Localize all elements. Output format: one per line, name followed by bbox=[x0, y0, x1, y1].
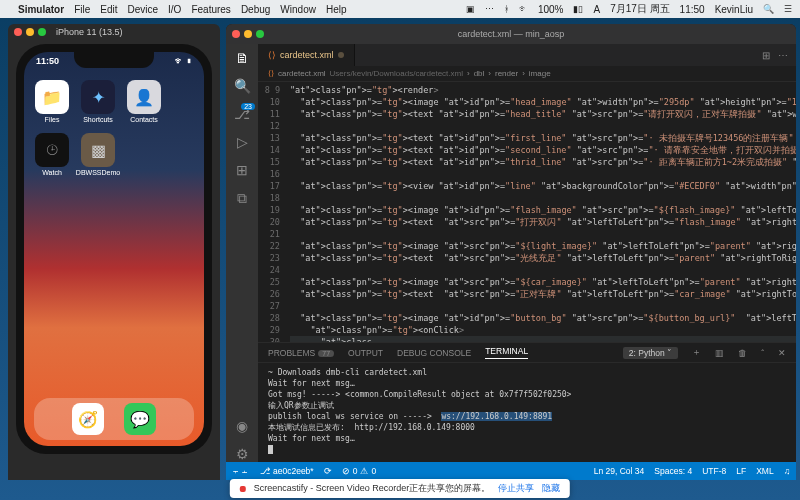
simulator-titlebar[interactable]: iPhone 11 (13.5) bbox=[8, 24, 220, 40]
minimize-icon[interactable] bbox=[244, 30, 252, 38]
activity-bar: 🗎 🔍 ⎇23 ▷ ⊞ ⧉ ◉ ⚙ bbox=[226, 44, 258, 462]
shortcuts-icon: ✦ bbox=[81, 80, 115, 114]
battery-icon[interactable]: ▮▯ bbox=[573, 4, 583, 14]
app-label: Watch bbox=[42, 169, 62, 176]
home-screen-apps: 📁Files ✦Shortcuts 👤Contacts ⌚︎Watch ▩DBW… bbox=[24, 74, 204, 182]
breadcrumb-item[interactable]: cardetect.xml bbox=[278, 69, 326, 78]
app-contacts[interactable]: 👤Contacts bbox=[126, 80, 162, 123]
kill-terminal-icon[interactable]: 🗑 bbox=[738, 348, 747, 358]
toast-text: Screencastify - Screen Video Recorder正在共… bbox=[254, 482, 490, 495]
breadcrumb-item[interactable]: image bbox=[529, 69, 551, 78]
menubar-item-help[interactable]: Help bbox=[326, 4, 347, 15]
hide-toast-button[interactable]: 隐藏 bbox=[542, 482, 560, 495]
ios-status-icons: ᯤ ▮ bbox=[175, 56, 192, 74]
safari-icon[interactable]: 🧭 bbox=[72, 403, 104, 435]
code-editor[interactable]: 8 9 10 11 12 13 14 15 16 17 18 19 20 21 … bbox=[258, 82, 796, 342]
language-mode[interactable]: XML bbox=[756, 466, 773, 476]
phone-screen[interactable]: 11:50 ᯤ ▮ 📁Files ✦Shortcuts 👤Contacts ⌚︎… bbox=[24, 52, 204, 446]
menubar-date[interactable]: 7月17日 周五 bbox=[610, 2, 669, 16]
menubar-item-device[interactable]: Device bbox=[127, 4, 158, 15]
problems-status[interactable]: ⊘ 0 ⚠ 0 bbox=[342, 466, 376, 476]
menubar-item-file[interactable]: File bbox=[74, 4, 90, 15]
input-source[interactable]: A bbox=[593, 4, 600, 15]
more-actions-icon[interactable]: ⋯ bbox=[778, 50, 788, 61]
spotlight-icon[interactable]: 🔍 bbox=[763, 4, 774, 14]
terminal-selector[interactable]: 2: Python ˅ bbox=[623, 347, 678, 359]
eol-status[interactable]: LF bbox=[736, 466, 746, 476]
wifi-icon[interactable]: ᯤ bbox=[519, 4, 528, 14]
tab-dirty-icon bbox=[338, 52, 344, 58]
breadcrumb-path: Users/kevin/Downloads/cardetect.xml bbox=[330, 69, 463, 78]
settings-gear-icon[interactable]: ⚙ bbox=[236, 446, 249, 462]
accounts-icon[interactable]: ◉ bbox=[236, 418, 248, 434]
messages-icon[interactable]: 💬 bbox=[124, 403, 156, 435]
app-label: Files bbox=[45, 116, 60, 123]
vscode-window-title: cardetect.xml — min_aosp bbox=[458, 29, 565, 39]
maximize-panel-icon[interactable]: ˆ bbox=[761, 348, 764, 358]
tab-output[interactable]: OUTPUT bbox=[348, 348, 383, 358]
code-content[interactable]: "at">class"pn">="tg"><render> "at">class… bbox=[286, 82, 796, 342]
app-shortcuts[interactable]: ✦Shortcuts bbox=[80, 80, 116, 123]
source-control-icon[interactable]: ⎇23 bbox=[234, 106, 250, 122]
remote-indicator[interactable]: ⫟⫠ bbox=[232, 466, 250, 476]
search-icon[interactable]: 🔍 bbox=[234, 78, 251, 94]
zoom-icon[interactable] bbox=[38, 28, 46, 36]
notch bbox=[74, 52, 154, 68]
remote-icon[interactable]: ⧉ bbox=[237, 190, 247, 207]
tab-label: cardetect.xml bbox=[280, 50, 334, 60]
zoom-icon[interactable] bbox=[256, 30, 264, 38]
dbwssdemo-icon: ▩ bbox=[81, 133, 115, 167]
tab-terminal[interactable]: TERMINAL bbox=[485, 346, 528, 359]
menu-extra-icon[interactable]: ⋯ bbox=[485, 4, 494, 14]
menubar-item-edit[interactable]: Edit bbox=[100, 4, 117, 15]
app-files[interactable]: 📁Files bbox=[34, 80, 70, 123]
menubar-app-name[interactable]: Simulator bbox=[18, 4, 64, 15]
feedback-icon[interactable]: ♫ bbox=[784, 466, 790, 476]
close-icon[interactable] bbox=[232, 30, 240, 38]
notification-center-icon[interactable]: ☰ bbox=[784, 4, 792, 14]
tab-problems[interactable]: PROBLEMS77 bbox=[268, 348, 334, 358]
git-branch[interactable]: ⎇ ae0c2eeb* bbox=[260, 466, 314, 476]
menubar-user[interactable]: KevinLiu bbox=[715, 4, 753, 15]
explorer-icon[interactable]: 🗎 bbox=[235, 50, 249, 66]
editor-tabbar: ⟨⟩ cardetect.xml ⊞ ⋯ bbox=[258, 44, 796, 66]
stop-sharing-button[interactable]: 停止共享 bbox=[498, 482, 534, 495]
xml-file-icon: ⟨⟩ bbox=[268, 69, 274, 78]
record-icon bbox=[240, 486, 246, 492]
app-dbwssdemo[interactable]: ▩DBWSSDemo bbox=[80, 133, 116, 176]
menubar-item-debug[interactable]: Debug bbox=[241, 4, 270, 15]
run-debug-icon[interactable]: ▷ bbox=[237, 134, 248, 150]
vscode-titlebar[interactable]: cardetect.xml — min_aosp bbox=[226, 24, 796, 44]
app-label: Contacts bbox=[130, 116, 158, 123]
terminal[interactable]: ~ Downloads dmb-cli cardetect.xml Wait f… bbox=[258, 363, 796, 462]
indent-status[interactable]: Spaces: 4 bbox=[654, 466, 692, 476]
menubar-item-io[interactable]: I/O bbox=[168, 4, 181, 15]
menubar-item-features[interactable]: Features bbox=[191, 4, 230, 15]
split-editor-icon[interactable]: ⊞ bbox=[762, 50, 770, 61]
bluetooth-icon[interactable]: ᚼ bbox=[504, 4, 509, 14]
minimize-icon[interactable] bbox=[26, 28, 34, 36]
cursor-position[interactable]: Ln 29, Col 34 bbox=[594, 466, 645, 476]
breadcrumb-item[interactable]: dbl bbox=[474, 69, 485, 78]
simulator-window[interactable]: iPhone 11 (13.5) 11:50 ᯤ ▮ 📁Files ✦Short… bbox=[8, 24, 220, 480]
app-label: DBWSSDemo bbox=[76, 169, 120, 176]
tab-cardetect[interactable]: ⟨⟩ cardetect.xml bbox=[258, 44, 355, 66]
vscode-window[interactable]: cardetect.xml — min_aosp 🗎 🔍 ⎇23 ▷ ⊞ ⧉ ◉… bbox=[226, 24, 796, 480]
close-icon[interactable] bbox=[14, 28, 22, 36]
encoding-status[interactable]: UTF-8 bbox=[702, 466, 726, 476]
new-terminal-icon[interactable]: ＋ bbox=[692, 347, 701, 359]
phone-frame: 11:50 ᯤ ▮ 📁Files ✦Shortcuts 👤Contacts ⌚︎… bbox=[16, 44, 212, 454]
macos-menubar: Simulator File Edit Device I/O Features … bbox=[0, 0, 800, 18]
split-terminal-icon[interactable]: ▥ bbox=[715, 348, 724, 358]
watch-icon: ⌚︎ bbox=[35, 133, 69, 167]
tab-debug-console[interactable]: DEBUG CONSOLE bbox=[397, 348, 471, 358]
menubar-time[interactable]: 11:50 bbox=[680, 4, 705, 15]
menubar-item-window[interactable]: Window bbox=[280, 4, 316, 15]
app-watch[interactable]: ⌚︎Watch bbox=[34, 133, 70, 176]
sync-icon[interactable]: ⟳ bbox=[324, 466, 332, 476]
extensions-icon[interactable]: ⊞ bbox=[236, 162, 248, 178]
close-panel-icon[interactable]: ✕ bbox=[778, 348, 786, 358]
breadcrumb[interactable]: ⟨⟩ cardetect.xml Users/kevin/Downloads/c… bbox=[258, 66, 796, 82]
screencast-icon[interactable]: ▣ bbox=[466, 4, 475, 14]
breadcrumb-item[interactable]: render bbox=[495, 69, 518, 78]
